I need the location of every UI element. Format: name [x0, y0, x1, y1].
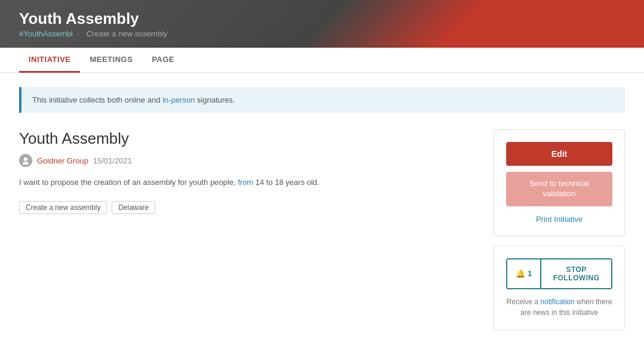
info-banner: This initiative collects both online and… [19, 87, 625, 113]
breadcrumb: Create a new assembly [87, 29, 168, 38]
initiative-details: Youth Assembly Goldner Group 15/01/2021 … [19, 129, 474, 330]
banner-text-after: signatures. [195, 95, 235, 104]
breadcrumb-separator: · [77, 29, 81, 38]
author-date: 15/01/2021 [93, 156, 132, 165]
initiative-title: Youth Assembly [19, 129, 474, 148]
desc-after: 14 to 18 years old. [253, 178, 319, 187]
initiative-description: I want to propose the creation of an ass… [19, 177, 474, 189]
action-box: Edit Send to technical validation Print … [494, 129, 625, 236]
header-subtitle: #YouthAssembl · Create a new assembly [19, 29, 625, 38]
content-layout: Youth Assembly Goldner Group 15/01/2021 … [19, 129, 625, 330]
svg-point-1 [23, 162, 29, 165]
follow-btn-row: 🔔 1 STOP FOLLOWING [506, 258, 612, 289]
follow-box: 🔔 1 STOP FOLLOWING Receive a notificatio… [494, 246, 625, 330]
bell-icon: 🔔 [516, 269, 525, 278]
follower-count: 1 [528, 269, 532, 278]
banner-link[interactable]: in-person [162, 95, 195, 104]
stop-following-button[interactable]: STOP FOLLOWING [541, 259, 611, 288]
follow-desc-before: Receive a [507, 298, 541, 306]
follow-notification-link[interactable]: notification [540, 298, 574, 306]
follow-description: Receive a notification when there are ne… [506, 296, 612, 318]
print-initiative-button[interactable]: Print Initiative [506, 215, 612, 224]
svg-point-0 [24, 157, 27, 161]
tab-page[interactable]: PAGE [142, 48, 184, 73]
nav-tabs: INITIATIVE MEETINGS PAGE [0, 48, 644, 73]
follow-count: 🔔 1 [507, 259, 541, 288]
send-validation-button: Send to technical validation [506, 172, 612, 206]
page-title: Youth Assembly [19, 10, 625, 28]
main-content: This initiative collects both online and… [0, 73, 644, 337]
hashtag-link[interactable]: #YouthAssembl [19, 29, 73, 38]
banner-text-before: This initiative collects both online and [32, 95, 162, 104]
tags-container: Create a new assembly Delaware [19, 201, 474, 214]
edit-button[interactable]: Edit [506, 142, 612, 166]
desc-before: I want to propose the creation of an ass… [19, 178, 238, 187]
desc-link[interactable]: from [238, 178, 253, 187]
author-name-link[interactable]: Goldner Group [37, 156, 88, 165]
tag-delaware[interactable]: Delaware [112, 201, 155, 214]
tab-initiative[interactable]: INITIATIVE [19, 48, 80, 73]
actions-panel: Edit Send to technical validation Print … [494, 129, 625, 330]
tab-meetings[interactable]: MEETINGS [80, 48, 142, 73]
tag-assembly[interactable]: Create a new assembly [19, 201, 107, 214]
author-row: Goldner Group 15/01/2021 [19, 154, 474, 167]
page-header: Youth Assembly #YouthAssembl · Create a … [0, 0, 644, 48]
avatar [19, 154, 32, 167]
